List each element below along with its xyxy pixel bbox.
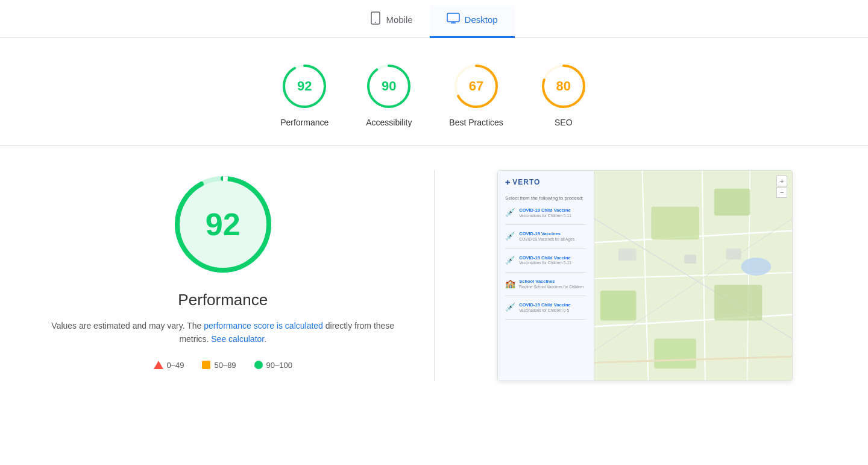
large-score-circle: 92 — [169, 170, 277, 279]
legend-item-green: 90–100 — [254, 361, 292, 370]
mobile-icon — [370, 11, 381, 28]
performance-score-link[interactable]: performance score is calculated — [204, 321, 323, 331]
svg-rect-33 — [684, 255, 696, 264]
left-panel: 92 Performance Values are estimated and … — [48, 170, 398, 381]
legend-item-orange: 50–89 — [202, 361, 236, 370]
svg-rect-32 — [618, 248, 637, 261]
svg-rect-34 — [726, 248, 741, 259]
svg-rect-2 — [447, 13, 459, 22]
vaccine-name-3: School Vaccines — [519, 279, 583, 285]
right-panel: ✚ VERTO Select from the following to pro… — [471, 170, 820, 381]
tab-mobile[interactable]: Mobile — [353, 5, 429, 38]
score-row: 92 Performance 90 Accessibility 67 Best … — [0, 38, 868, 146]
tab-bar: Mobile Desktop — [0, 0, 868, 38]
main-content: 92 Performance Values are estimated and … — [0, 146, 868, 405]
map-zoom-out[interactable]: − — [776, 187, 787, 198]
vaccine-icon-1: 💉 — [505, 231, 515, 241]
logo-text: VERTO — [512, 178, 540, 186]
score-circle-seo: 80 — [539, 62, 588, 110]
description-end: . — [264, 334, 266, 344]
score-value-seo: 80 — [556, 78, 571, 94]
vaccine-name-0: COVID-19 Child Vaccine — [519, 207, 571, 214]
svg-rect-29 — [714, 285, 763, 321]
large-score-value: 92 — [206, 206, 241, 242]
vaccine-desc-1: COVID-19 Vaccines for all Ages — [519, 237, 574, 242]
vaccine-icon-4: 💉 — [505, 302, 515, 312]
score-label-performance: Performance — [280, 118, 329, 127]
green-circle-icon — [254, 361, 263, 369]
vaccine-icon-0: 💉 — [505, 207, 515, 217]
vertical-divider — [434, 170, 435, 381]
large-score-label: Performance — [178, 291, 268, 309]
svg-rect-30 — [655, 338, 697, 369]
app-prompt-text: Select from the following to proceed: — [505, 195, 587, 201]
vaccine-item-1: 💉 COVID-19 Vaccines COVID-19 Vaccines fo… — [505, 231, 587, 248]
vaccine-icon-2: 💉 — [505, 255, 515, 265]
score-card-performance: 92 Performance — [280, 62, 329, 127]
tab-desktop-label: Desktop — [465, 14, 498, 25]
vaccine-item-4: 💉 COVID-19 Child Vaccine Vaccinations fo… — [505, 302, 587, 320]
score-card-best-practices: 67 Best Practices — [449, 62, 503, 127]
tab-mobile-label: Mobile — [386, 14, 412, 25]
svg-point-31 — [741, 258, 772, 276]
desktop-icon — [447, 13, 460, 27]
app-logo: ✚ VERTO — [505, 178, 587, 186]
score-label-best-practices: Best Practices — [449, 118, 503, 127]
legend: 0–49 50–89 90–100 — [154, 361, 292, 370]
legend-item-red: 0–49 — [154, 361, 184, 370]
vaccine-name-1: COVID-19 Vaccines — [519, 231, 574, 237]
score-circle-accessibility: 90 — [365, 62, 413, 110]
tab-desktop[interactable]: Desktop — [430, 5, 515, 38]
legend-range-orange: 50–89 — [214, 361, 236, 370]
svg-rect-26 — [652, 207, 700, 240]
red-triangle-icon — [154, 361, 163, 369]
score-value-performance: 92 — [297, 78, 312, 94]
description-text: Values are estimated and may vary. The p… — [48, 319, 398, 346]
vaccine-item-2: 💉 COVID-19 Child Vaccine Vaccinations fo… — [505, 255, 587, 273]
vaccine-item-3: 🏫 School Vaccines Routine School Vaccine… — [505, 279, 587, 296]
score-label-accessibility: Accessibility — [366, 118, 412, 127]
svg-rect-27 — [714, 189, 750, 216]
legend-range-red: 0–49 — [167, 361, 184, 370]
vaccine-item-0: 💉 COVID-19 Child Vaccine Vaccinations fo… — [505, 207, 587, 225]
app-sidebar: ✚ VERTO Select from the following to pro… — [498, 171, 594, 381]
score-label-seo: SEO — [555, 118, 573, 127]
orange-square-icon — [202, 361, 210, 369]
score-card-accessibility: 90 Accessibility — [365, 62, 413, 127]
vaccine-desc-2: Vaccinations for Children 5-11 — [519, 261, 571, 265]
vaccine-desc-4: Vaccinations for Children 0-5 — [519, 308, 570, 313]
score-value-accessibility: 90 — [382, 78, 396, 94]
vaccine-desc-0: Vaccinations for Children 5-11 — [519, 214, 571, 218]
logo-icon: ✚ — [505, 179, 510, 186]
app-screenshot: ✚ VERTO Select from the following to pro… — [497, 170, 793, 381]
legend-range-green: 90–100 — [266, 361, 292, 370]
score-value-best-practices: 67 — [469, 78, 483, 94]
map-zoom-in[interactable]: + — [776, 176, 787, 186]
calculator-link[interactable]: See calculator — [211, 334, 264, 344]
description-prefix: Values are estimated and may vary. The — [51, 321, 204, 331]
vaccine-name-4: COVID-19 Child Vaccine — [519, 302, 570, 308]
app-map: + − — [594, 171, 792, 381]
score-circle-best-practices: 67 — [452, 62, 500, 110]
vaccine-name-2: COVID-19 Child Vaccine — [519, 255, 571, 261]
map-controls: + − — [776, 176, 787, 198]
vaccine-icon-3: 🏫 — [505, 279, 515, 288]
score-circle-performance: 92 — [280, 62, 329, 110]
svg-rect-28 — [600, 291, 637, 321]
svg-point-1 — [375, 22, 376, 23]
vaccine-desc-3: Routine School Vaccines for Children — [519, 285, 583, 289]
score-card-seo: 80 SEO — [539, 62, 588, 127]
